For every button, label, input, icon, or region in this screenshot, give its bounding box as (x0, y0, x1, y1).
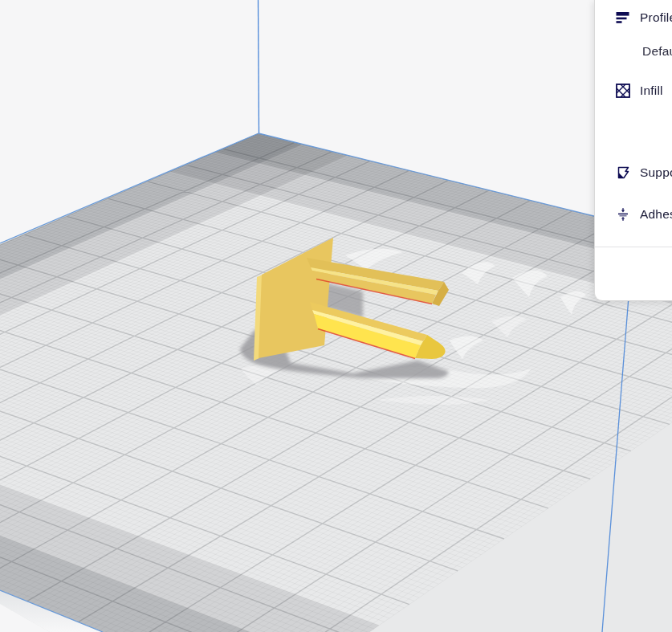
3d-viewport[interactable] (0, 0, 672, 632)
panel-divider (595, 247, 672, 247)
adhesion-label: Adhesion (640, 207, 672, 222)
support-label: Support (640, 165, 672, 180)
support-row[interactable]: Support (616, 165, 672, 180)
infill-row[interactable]: Infill (616, 84, 663, 98)
adhesion-icon (616, 207, 630, 222)
support-icon (616, 165, 630, 180)
profile-icon (616, 10, 630, 25)
adhesion-row[interactable]: Adhesion (616, 207, 672, 222)
cura-window: Profile Default Infill Support (0, 0, 672, 632)
profile-row[interactable]: Profile (616, 10, 672, 25)
print-settings-panel: Profile Default Infill Support (594, 0, 672, 301)
infill-label: Infill (640, 84, 663, 98)
profile-value-row[interactable]: Default (642, 44, 672, 59)
profile-value: Default (642, 44, 672, 59)
infill-icon (616, 84, 630, 98)
profile-label: Profile (640, 10, 672, 25)
